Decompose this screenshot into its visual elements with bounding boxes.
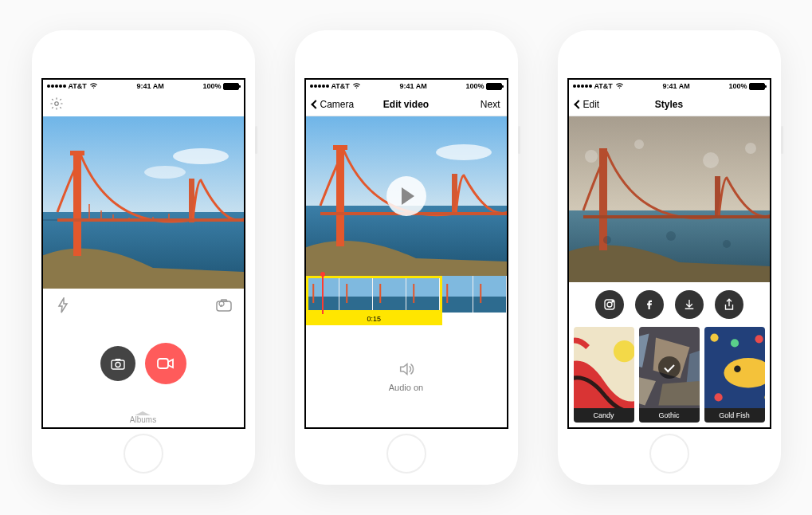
- side-button: [781, 126, 783, 154]
- flip-camera-icon[interactable]: [214, 295, 234, 316]
- svg-point-70: [710, 334, 718, 342]
- svg-rect-35: [406, 276, 439, 298]
- chevron-left-icon: [574, 100, 583, 108]
- svg-rect-30: [339, 297, 372, 313]
- svg-rect-31: [346, 284, 347, 303]
- svg-point-25: [436, 144, 492, 160]
- share-facebook-button[interactable]: [635, 290, 664, 319]
- side-button: [255, 126, 257, 154]
- svg-rect-4: [70, 151, 84, 155]
- svg-point-71: [730, 339, 738, 347]
- style-label: Candy: [574, 408, 634, 423]
- albums-button[interactable]: Albums: [130, 411, 156, 424]
- carrier-label: AT&T: [594, 82, 613, 90]
- svg-rect-42: [473, 297, 506, 313]
- time-label: 9:41 AM: [137, 82, 164, 90]
- svg-point-78: [714, 393, 722, 401]
- next-button[interactable]: Next: [453, 99, 500, 110]
- svg-point-52: [745, 143, 756, 154]
- side-button: [518, 126, 520, 154]
- svg-rect-33: [373, 297, 406, 313]
- signal-dots-icon: [47, 85, 66, 88]
- svg-rect-43: [480, 284, 481, 303]
- viewfinder: [43, 116, 244, 289]
- back-label: Edit: [583, 99, 600, 110]
- signal-dots-icon: [310, 85, 329, 88]
- svg-point-53: [603, 236, 611, 244]
- svg-rect-32: [373, 276, 406, 298]
- audio-label: Audio on: [389, 383, 423, 392]
- battery-icon: [223, 83, 239, 90]
- carrier-label: AT&T: [69, 82, 87, 90]
- video-preview[interactable]: [306, 116, 507, 276]
- svg-marker-67: [658, 381, 700, 406]
- back-button[interactable]: Edit: [575, 99, 623, 110]
- svg-rect-22: [333, 145, 347, 150]
- time-label: 9:41 AM: [400, 82, 427, 90]
- svg-point-76: [734, 365, 741, 372]
- page-title: Styles: [655, 99, 683, 110]
- wifi-icon: [352, 82, 361, 91]
- page-title: Edit video: [383, 99, 429, 110]
- svg-point-60: [613, 340, 634, 362]
- record-button[interactable]: [145, 343, 186, 384]
- status-bar: AT&T 9:41 AM 100%: [569, 80, 770, 92]
- timeline-frame: [339, 276, 373, 313]
- style-gothic[interactable]: Gothic: [639, 327, 700, 423]
- svg-rect-40: [446, 284, 448, 303]
- svg-rect-28: [312, 284, 314, 303]
- style-label: Gothic: [639, 408, 700, 423]
- time-label: 9:41 AM: [663, 82, 690, 90]
- svg-rect-48: [583, 215, 770, 218]
- phone-camera: AT&T 9:41 AM 100%: [32, 30, 255, 485]
- svg-rect-1: [43, 116, 244, 220]
- chevron-left-icon: [311, 100, 320, 108]
- carrier-label: AT&T: [331, 82, 350, 90]
- back-label: Camera: [320, 99, 355, 110]
- status-bar: AT&T 9:41 AM 100%: [43, 80, 244, 92]
- styled-preview: [569, 116, 770, 282]
- svg-point-13: [173, 148, 229, 164]
- battery-label: 100%: [728, 82, 747, 90]
- timeline[interactable]: 0:15: [306, 276, 507, 325]
- battery-icon: [749, 83, 765, 90]
- svg-point-0: [54, 101, 58, 105]
- wifi-icon: [89, 82, 98, 91]
- battery-icon: [486, 83, 502, 90]
- svg-point-50: [634, 140, 644, 149]
- svg-point-72: [755, 335, 763, 343]
- timeline-frame: [440, 276, 473, 313]
- svg-rect-36: [406, 297, 439, 313]
- duration-label: 0:15: [306, 313, 442, 325]
- svg-point-54: [666, 231, 676, 241]
- phone-edit-video: AT&T 9:41 AM 100% Camera Edit video Next: [295, 30, 518, 485]
- audio-toggle[interactable]: Audio on: [306, 325, 507, 427]
- svg-rect-34: [379, 284, 381, 303]
- svg-rect-44: [569, 116, 770, 216]
- back-button[interactable]: Camera: [312, 99, 360, 110]
- share-button[interactable]: [715, 290, 743, 319]
- check-icon: [658, 356, 681, 379]
- timeline-frame: [473, 276, 507, 313]
- play-icon[interactable]: [386, 176, 426, 216]
- style-gold-fish[interactable]: Gold Fish: [704, 327, 765, 423]
- svg-point-17: [116, 362, 120, 367]
- albums-label: Albums: [130, 415, 156, 424]
- svg-rect-16: [112, 360, 124, 369]
- style-label: Gold Fish: [704, 408, 765, 423]
- style-candy[interactable]: Candy: [574, 327, 634, 423]
- download-button[interactable]: [675, 290, 704, 319]
- playhead[interactable]: [322, 274, 324, 314]
- svg-rect-29: [339, 276, 372, 298]
- timeline-frame: [406, 276, 440, 313]
- svg-point-49: [585, 150, 598, 163]
- battery-label: 100%: [465, 82, 484, 90]
- svg-rect-37: [413, 284, 414, 303]
- svg-rect-18: [158, 359, 168, 368]
- speaker-icon: [398, 360, 415, 379]
- wifi-icon: [615, 82, 624, 91]
- share-instagram-button[interactable]: [595, 290, 624, 319]
- settings-icon[interactable]: [49, 96, 64, 113]
- photo-mode-button[interactable]: [100, 346, 135, 381]
- flash-icon[interactable]: [53, 295, 73, 316]
